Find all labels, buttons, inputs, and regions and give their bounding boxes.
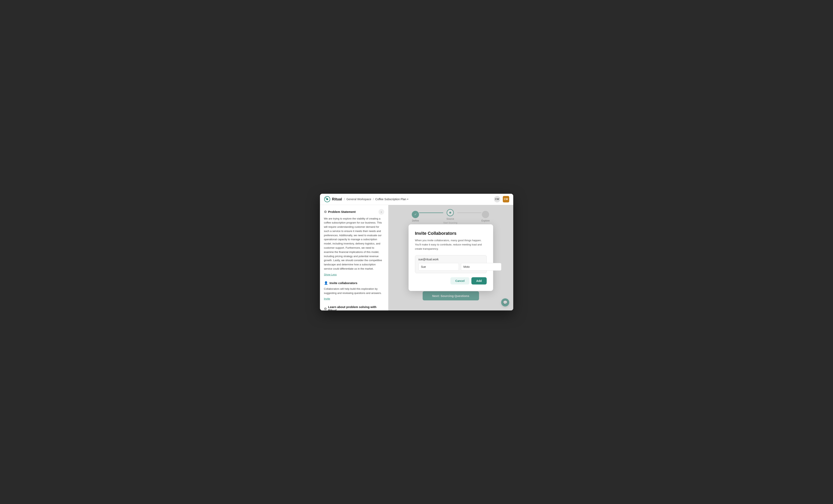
sidebar: ⊙ Problem Statement › We are trying to e…	[320, 205, 388, 310]
last-name-input[interactable]	[461, 263, 501, 271]
chevron-down-icon: ▾	[407, 198, 408, 201]
problem-statement-title: Problem Statement	[328, 210, 356, 213]
breadcrumb-project[interactable]: Coffee Subscription Plan ▾	[375, 198, 408, 201]
expand-button[interactable]: ›	[379, 209, 384, 215]
first-name-input[interactable]	[419, 263, 459, 271]
invite-collaborators-modal: Invite Collaborators When you invite col…	[408, 224, 493, 291]
svg-point-1	[326, 198, 328, 200]
breadcrumb: / General Workspace / Coffee Subscriptio…	[344, 198, 408, 201]
problem-statement-section: ⊙ Problem Statement › We are trying to e…	[324, 209, 384, 276]
breadcrumb-sep2: /	[373, 198, 374, 201]
logo-text: Ritual	[332, 197, 342, 201]
right-panel: ✓ Define Source Start Sourcing	[388, 205, 513, 310]
invite-collaborators-header: 👤 Invite collaborators	[324, 281, 384, 285]
people-icon: 👤	[324, 281, 328, 285]
app-header: Ritual / General Workspace / Coffee Subs…	[320, 194, 513, 205]
modal-email-display: sue@ritual.work	[419, 258, 483, 261]
avatar-cw[interactable]: CW	[503, 196, 509, 202]
svg-point-2	[325, 198, 326, 199]
problem-statement-text: We are trying to explore the viability o…	[324, 217, 384, 271]
logo[interactable]: Ritual	[324, 196, 342, 202]
modal-description: When you invite collaborators, many good…	[415, 238, 487, 251]
learn-header: ⊙ Learn about problem solving with Ritua…	[324, 305, 384, 310]
invite-collaborators-text: Collaborators will help build this explo…	[324, 287, 384, 295]
learn-title: Learn about problem solving with Ritual	[328, 305, 384, 310]
invite-link[interactable]: Invite	[324, 297, 330, 300]
avatar-initials[interactable]: CW	[494, 196, 500, 202]
learn-section: ⊙ Learn about problem solving with Ritua…	[324, 305, 384, 310]
modal-actions: Cancel Add	[415, 277, 487, 284]
problem-statement-header: ⊙ Problem Statement ›	[324, 209, 384, 215]
modal-email-box: sue@ritual.work	[415, 255, 487, 273]
invite-collaborators-section: 👤 Invite collaborators Collaborators wil…	[324, 281, 384, 301]
show-less-link[interactable]: Show Less	[324, 273, 337, 276]
modal-title: Invite Collaborators	[415, 231, 487, 236]
add-button[interactable]: Add	[471, 277, 486, 284]
breadcrumb-workspace[interactable]: General Workspace	[346, 198, 371, 201]
modal-overlay[interactable]: Invite Collaborators When you invite col…	[388, 205, 513, 310]
clock-icon: ⊙	[324, 210, 327, 214]
main-content: ⊙ Problem Statement › We are trying to e…	[320, 205, 513, 310]
modal-name-row	[419, 263, 483, 271]
breadcrumb-sep1: /	[344, 198, 345, 201]
header-right: CW CW	[494, 196, 509, 202]
cancel-button[interactable]: Cancel	[450, 277, 469, 284]
ritual-icon: ⊙	[324, 307, 327, 310]
invite-collaborators-title: Invite collaborators	[330, 281, 357, 285]
